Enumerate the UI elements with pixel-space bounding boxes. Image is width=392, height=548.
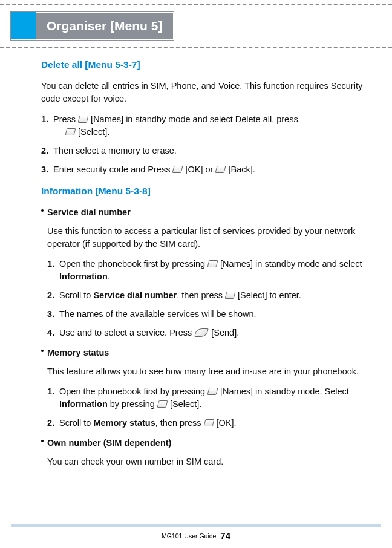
memory-status-intro: This feature allows you to see how many … — [41, 365, 368, 378]
top-dashed-rule — [0, 4, 392, 5]
subheading-own-number: Own number (SIM dependent) — [41, 437, 368, 449]
page-content: Delete all [Menu 5-3-7] You can delete a… — [41, 58, 368, 475]
memory-status-step-1: 1. Open the phonebook first by pressing … — [47, 385, 368, 411]
step-text: Enter security code and Press [OK] or [B… — [53, 165, 255, 174]
softkey-right-icon — [207, 388, 218, 395]
section-title-information: Information [Menu 5-3-8] — [41, 184, 368, 198]
delete-all-step-3: 3. Enter security code and Press [OK] or… — [41, 163, 368, 176]
service-dial-step-2: 2. Scroll to Service dial number, then p… — [47, 289, 368, 302]
softkey-left-icon — [157, 400, 168, 408]
footer-divider-bar — [11, 524, 381, 527]
delete-all-step-1: 1. Press [Names] in standby mode and sel… — [41, 113, 368, 139]
step-number: 2. — [47, 417, 54, 429]
step-text: Open the phonebook first by pressing [Na… — [59, 259, 362, 281]
own-number-intro: You can check your own number in SIM car… — [41, 455, 368, 468]
service-dial-step-3: 3. The names of the available services w… — [47, 308, 368, 321]
header-accent-block — [11, 12, 36, 39]
softkey-right-icon — [215, 166, 226, 173]
call-key-icon — [195, 328, 209, 337]
step-cont: [Select]. — [53, 126, 368, 139]
step-text: Open the phonebook first by pressing [Na… — [59, 387, 349, 409]
page-header-title: Organiser [Menu 5] — [47, 19, 162, 33]
step-number: 1. — [47, 258, 54, 270]
service-dial-steps: 1. Open the phonebook first by pressing … — [41, 258, 368, 339]
delete-all-steps: 1. Press [Names] in standby mode and sel… — [41, 113, 368, 176]
section-title-delete-all: Delete all [Menu 5-3-7] — [41, 58, 368, 71]
page-footer: MG101 User Guide 74 — [0, 530, 392, 541]
step-number: 3. — [47, 308, 54, 321]
step-text: Then select a memory to erase. — [53, 146, 177, 155]
delete-all-step-2: 2. Then select a memory to erase. — [41, 145, 368, 157]
delete-all-intro: You can delete all entries in SIM, Phone… — [41, 80, 368, 105]
subheading-service-dial: Service dial number — [41, 206, 368, 219]
bullet-icon — [41, 209, 44, 212]
subheading-label: Memory status — [47, 348, 109, 357]
service-dial-step-1: 1. Open the phonebook first by pressing … — [47, 258, 368, 283]
bullet-icon — [41, 350, 44, 352]
step-number: 3. — [41, 163, 48, 176]
step-text: Scroll to Memory status, then press [OK]… — [59, 418, 237, 428]
mid-dashed-rule — [0, 47, 392, 48]
step-number: 1. — [41, 113, 48, 126]
service-dial-intro: Use this function to access a particular… — [41, 225, 368, 250]
softkey-left-icon — [65, 128, 76, 135]
subheading-label: Service dial number — [47, 207, 131, 217]
service-dial-step-4: 4. Use and to select a service. Press [S… — [47, 327, 368, 339]
softkey-left-icon — [203, 419, 214, 426]
softkey-right-icon — [78, 116, 89, 123]
step-text: Press [Names] in standby mode and select… — [53, 114, 298, 124]
step-text: Use and to select a service. Press [Send… — [59, 328, 239, 338]
footer-page-number: 74 — [220, 530, 230, 541]
softkey-right-icon — [207, 260, 218, 267]
step-number: 1. — [47, 385, 54, 398]
footer-guide: MG101 User Guide — [162, 532, 216, 540]
step-number: 4. — [47, 327, 54, 339]
bullet-icon — [41, 440, 44, 442]
step-number: 2. — [47, 289, 54, 302]
subheading-label: Own number (SIM dependent) — [47, 438, 171, 448]
step-text: Scroll to Service dial number, then pres… — [59, 290, 301, 300]
memory-status-steps: 1. Open the phonebook first by pressing … — [41, 385, 368, 429]
step-text: The names of the available services will… — [59, 309, 256, 319]
subheading-memory-status: Memory status — [41, 347, 368, 359]
step-number: 2. — [41, 145, 48, 157]
softkey-left-icon — [172, 166, 183, 173]
memory-status-step-2: 2. Scroll to Memory status, then press [… — [47, 417, 368, 429]
softkey-left-icon — [225, 292, 236, 299]
